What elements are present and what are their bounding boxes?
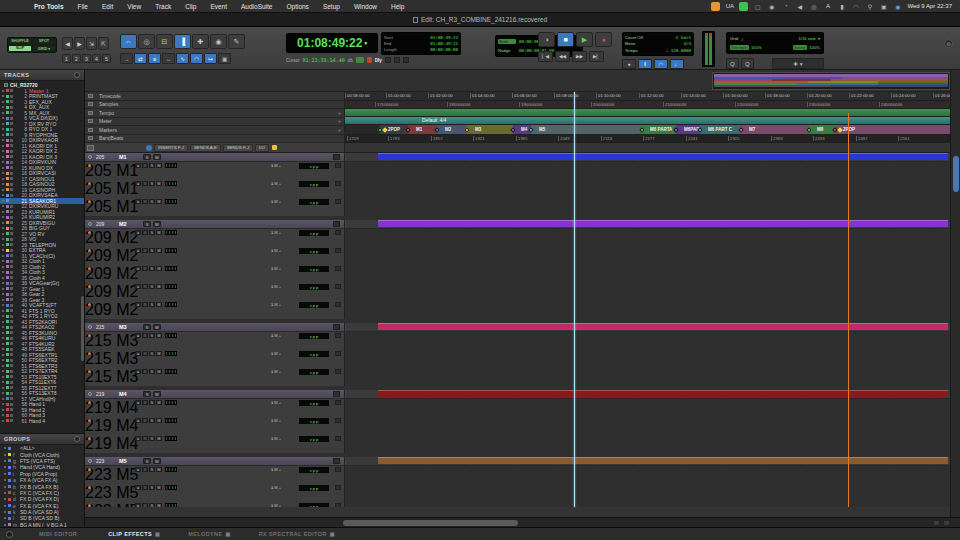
- mute-button[interactable]: M: [156, 418, 162, 423]
- input-monitor-button[interactable]: I: [142, 199, 148, 204]
- link-toggle-button[interactable]: ▣: [218, 53, 231, 64]
- quantize-button[interactable]: Q: [726, 58, 739, 69]
- track-header[interactable]: 215 M3 ● I S M +: [85, 350, 345, 368]
- bottom-editor-tab[interactable]: MIDI EDITOR: [25, 531, 94, 537]
- record-enable-dot[interactable]: [88, 352, 91, 355]
- track-header[interactable]: 209 M2 ● I S M +: [85, 301, 345, 319]
- group-expand-icon[interactable]: [88, 392, 92, 396]
- record-button[interactable]: ●: [135, 369, 141, 374]
- metronome-button[interactable]: ●: [622, 59, 636, 69]
- solo-button[interactable]: S: [149, 351, 155, 356]
- input-monitor-button[interactable]: I: [142, 369, 148, 374]
- automation-mode-readout[interactable]: v p p: [299, 333, 329, 339]
- group-clip[interactable]: [378, 323, 948, 330]
- track-show-dot[interactable]: [2, 277, 4, 279]
- automation-mode-readout[interactable]: v p p: [299, 436, 329, 442]
- vertical-scroll-thumb[interactable]: [953, 156, 959, 192]
- strength-toggle[interactable]: Strength:: [730, 45, 749, 50]
- spotlight-icon[interactable]: ⚲: [865, 2, 874, 11]
- bottom-editor-tab[interactable]: MELODYNE ▣: [174, 531, 245, 537]
- column-header-button[interactable]: INSERTS F-J: [154, 144, 188, 152]
- edit-mode-button[interactable]: GRID ▾: [32, 45, 56, 53]
- group-options-box[interactable]: [333, 154, 340, 160]
- menu-item[interactable]: Setup: [316, 3, 347, 10]
- record-enable-dot[interactable]: [88, 504, 91, 507]
- marker-segment[interactable]: M1: [408, 125, 437, 134]
- track-show-dot[interactable]: [2, 128, 4, 130]
- record-enable-dot[interactable]: [88, 370, 91, 373]
- automation-mode-readout[interactable]: v p p: [299, 503, 329, 507]
- track-show-dot[interactable]: [2, 167, 4, 169]
- marker-segment[interactable]: M3: [467, 125, 513, 134]
- screen-record-icon[interactable]: ◉: [767, 2, 776, 11]
- solo-button[interactable]: S: [149, 181, 155, 186]
- solo-button[interactable]: S: [143, 324, 151, 330]
- track-header[interactable]: 223 M5 ● I S M +: [85, 484, 345, 502]
- record-enable-dot[interactable]: [88, 267, 91, 270]
- metronome-button[interactable]: ◠: [654, 59, 668, 69]
- record-enable-dot[interactable]: [88, 303, 91, 306]
- group-options-box[interactable]: [333, 391, 340, 397]
- track-show-dot[interactable]: [2, 398, 4, 400]
- menu-item[interactable]: Help: [384, 3, 411, 10]
- ruler-add-icon[interactable]: +: [338, 127, 341, 133]
- track-show-dot[interactable]: [2, 359, 4, 361]
- input-monitor-button[interactable]: I: [142, 418, 148, 423]
- locate-button[interactable]: ▶▶: [572, 51, 587, 62]
- metronome-button[interactable]: ‖: [638, 59, 652, 69]
- track-show-dot[interactable]: [2, 370, 4, 372]
- ruler-add-icon[interactable]: +: [338, 110, 341, 116]
- solo-button[interactable]: S: [149, 266, 155, 271]
- output-meter-icon[interactable]: [356, 57, 364, 63]
- record-enable-dot[interactable]: [88, 419, 91, 422]
- track-show-dot[interactable]: [2, 227, 4, 229]
- record-enable-dot[interactable]: [88, 468, 91, 471]
- universe-view[interactable]: [712, 72, 950, 90]
- group-track-name[interactable]: M3: [119, 324, 127, 330]
- transport-button[interactable]: ●: [595, 32, 612, 47]
- selection-value[interactable]: 01:08:49:22: [430, 41, 458, 46]
- menu-item[interactable]: Pro Tools: [27, 3, 71, 10]
- track-options-box[interactable]: [335, 248, 341, 253]
- strength-value[interactable]: 100%: [751, 45, 762, 50]
- track-show-dot[interactable]: [2, 90, 4, 92]
- record-enable-dot[interactable]: [88, 334, 91, 337]
- group-track-name[interactable]: M5: [119, 458, 127, 464]
- solo-button[interactable]: S: [149, 369, 155, 374]
- track-show-dot[interactable]: [2, 145, 4, 147]
- hscroll-zoom-in-button[interactable]: [943, 520, 950, 526]
- mute-button[interactable]: M: [156, 230, 162, 235]
- track-options-box[interactable]: [335, 418, 341, 423]
- siri-icon[interactable]: ◉: [893, 2, 902, 11]
- record-button[interactable]: ●: [135, 284, 141, 289]
- track-show-dot[interactable]: [2, 189, 4, 191]
- bottom-editor-tab[interactable]: RX SPECTRAL EDITOR ▣: [245, 531, 349, 537]
- metronome-button[interactable]: ♩: [670, 59, 684, 69]
- zoom-preset-button[interactable]: 3: [82, 54, 91, 63]
- locate-button[interactable]: ◀◀: [555, 51, 570, 62]
- mute-button[interactable]: M: [153, 221, 161, 227]
- pop-out-icon[interactable]: ▣: [226, 531, 231, 537]
- vertical-scrollbar[interactable]: [950, 70, 960, 517]
- menu-item[interactable]: Options: [279, 3, 315, 10]
- group-track-header[interactable]: 215 M3 S M: [85, 323, 345, 331]
- ruler-label-row[interactable]: Samples: [85, 101, 344, 110]
- line-app-icon[interactable]: [739, 2, 748, 11]
- marker-diamond2-icon[interactable]: [439, 127, 445, 133]
- selection-value[interactable]: 01:08:49:22: [430, 35, 458, 40]
- track-show-dot[interactable]: [2, 134, 4, 136]
- group-clip[interactable]: [378, 390, 948, 397]
- track-show-dot[interactable]: [2, 117, 4, 119]
- group-expand-icon[interactable]: [88, 155, 92, 159]
- group-track-name[interactable]: M4: [119, 391, 127, 397]
- automation-mode-readout[interactable]: v p p: [299, 284, 329, 290]
- track-header[interactable]: 205 M1 ● I S M +: [85, 198, 345, 216]
- record-button[interactable]: ●: [135, 230, 141, 235]
- mute-button[interactable]: M: [153, 324, 161, 330]
- marker-diamond2-icon[interactable]: [515, 127, 521, 133]
- track-show-dot[interactable]: [2, 414, 4, 416]
- marker-diamond2-icon[interactable]: [678, 127, 684, 133]
- track-show-dot[interactable]: [2, 255, 4, 257]
- track-header[interactable]: 223 M5 ● I S M +: [85, 466, 345, 484]
- solo-button[interactable]: S: [149, 199, 155, 204]
